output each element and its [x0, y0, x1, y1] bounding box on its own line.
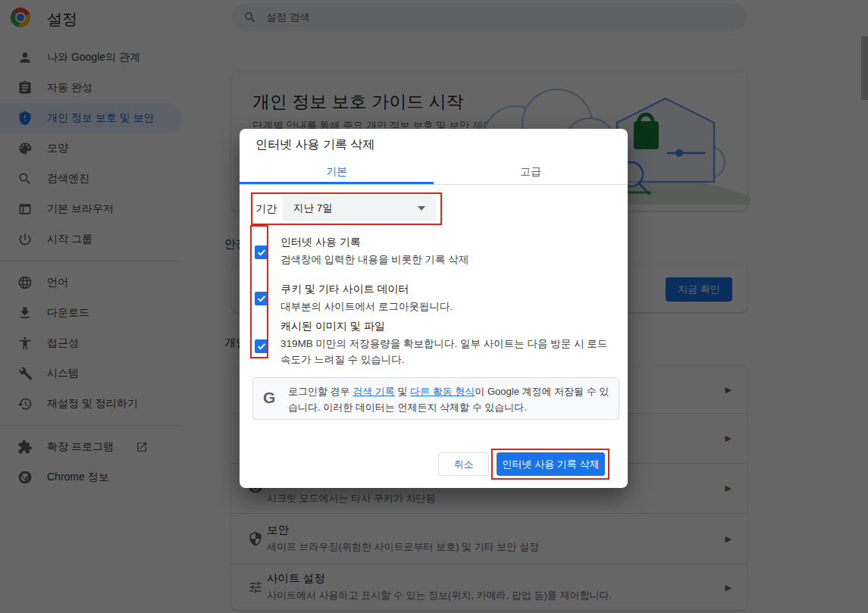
- time-range-label: 기간: [255, 202, 277, 216]
- checkbox-title: 인터넷 사용 기록: [280, 236, 361, 249]
- search-history-link[interactable]: 검색 기록: [353, 386, 395, 397]
- checkbox-title: 캐시된 이미지 및 파일: [280, 320, 385, 333]
- tab-basic[interactable]: 기본: [240, 159, 434, 184]
- clear-browsing-data-dialog: 인터넷 사용 기록 삭제 기본 고급 기간 지난 7일 인터넷 사용 기록 검색…: [240, 129, 628, 488]
- other-activity-link[interactable]: 다른 활동 형식: [410, 386, 475, 397]
- checkbox-subtitle: 319MB 미만의 저장용량을 확보합니다. 일부 사이트는 다음 방문 시 로…: [280, 336, 611, 367]
- tabs-divider: [240, 184, 628, 185]
- checkbox-subtitle: 대부분의 사이트에서 로그아웃됩니다.: [280, 299, 611, 314]
- time-range-value: 지난 7일: [293, 202, 333, 215]
- dropdown-arrow-icon: [418, 206, 425, 211]
- cancel-button[interactable]: 취소: [438, 452, 489, 476]
- cached-images-checkbox[interactable]: [255, 339, 268, 353]
- time-range-select[interactable]: 지난 7일: [283, 195, 436, 221]
- browsing-history-checkbox[interactable]: [255, 246, 268, 259]
- check-icon: [256, 247, 267, 258]
- clear-data-button[interactable]: 인터넷 사용 기록 삭제: [497, 452, 605, 476]
- cookies-checkbox[interactable]: [255, 292, 268, 305]
- dialog-title: 인터넷 사용 기록 삭제: [255, 137, 374, 153]
- checkbox-subtitle: 검색창에 입력한 내용을 비롯한 기록 삭제: [280, 252, 611, 267]
- check-icon: [256, 293, 267, 304]
- google-g-icon: G: [263, 389, 275, 407]
- notice-text: 로그인할 경우 검색 기록 및 다른 활동 형식이 Google 계정에 저장될…: [288, 383, 609, 415]
- google-account-notice: G 로그인할 경우 검색 기록 및 다른 활동 형식이 Google 계정에 저…: [252, 377, 619, 420]
- check-icon: [256, 341, 267, 352]
- tab-advanced[interactable]: 고급: [434, 159, 628, 184]
- checkbox-title: 쿠키 및 기타 사이트 데이터: [280, 283, 409, 296]
